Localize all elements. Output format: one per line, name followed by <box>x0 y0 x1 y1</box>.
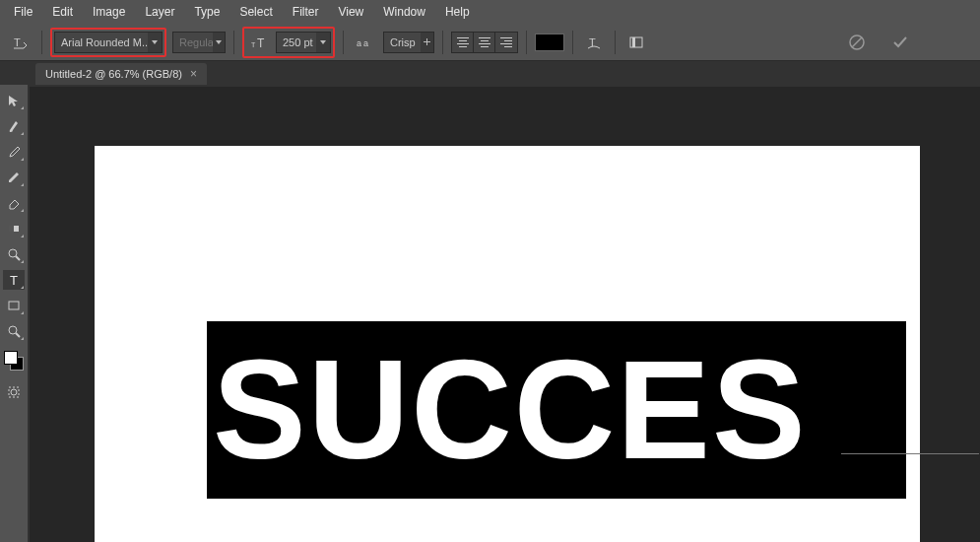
svg-point-12 <box>9 249 17 257</box>
zoom-tool[interactable] <box>3 244 25 264</box>
menu-window[interactable]: Window <box>373 1 435 23</box>
anti-alias-icon[interactable]: aa <box>352 31 377 54</box>
separator <box>343 31 344 54</box>
svg-text:a: a <box>357 38 361 48</box>
chevron-down-icon[interactable] <box>213 33 225 52</box>
gradient-tool[interactable] <box>3 219 25 238</box>
document-tab-title: Untitled-2 @ 66.7% (RGB/8) <box>45 68 182 80</box>
svg-point-16 <box>9 326 17 334</box>
svg-text:T: T <box>10 273 18 287</box>
text-align-group <box>451 32 518 53</box>
move-tool[interactable] <box>3 91 25 110</box>
warp-text-icon[interactable]: T <box>581 31 607 54</box>
pencil-tool[interactable] <box>3 168 25 187</box>
options-bar: T Arial Rounded M... Regular TT 250 pt a… <box>0 24 980 61</box>
canvas-viewport[interactable]: SUCCES <box>30 87 980 542</box>
magnify-tool[interactable] <box>3 321 25 341</box>
commit-actions <box>844 31 972 54</box>
anti-alias-dropdown[interactable]: Crisp <box>383 32 434 53</box>
menu-view[interactable]: View <box>328 1 373 23</box>
align-center-button[interactable] <box>474 33 495 52</box>
align-right-button[interactable] <box>495 33 517 52</box>
menu-help[interactable]: Help <box>435 1 480 23</box>
svg-point-19 <box>11 389 17 395</box>
document-tab[interactable]: Untitled-2 @ 66.7% (RGB/8) × <box>35 63 207 85</box>
character-panel-icon[interactable] <box>623 31 649 54</box>
svg-line-9 <box>852 37 862 47</box>
anti-alias-value: Crisp <box>384 36 421 48</box>
svg-rect-7 <box>632 37 635 47</box>
svg-text:T: T <box>251 41 256 48</box>
brush-tool[interactable] <box>3 116 25 136</box>
font-family-value: Arial Rounded M... <box>55 36 148 48</box>
text-color-swatch[interactable] <box>535 34 564 51</box>
separator <box>233 31 234 54</box>
svg-text:T: T <box>257 36 265 49</box>
type-tool[interactable]: T <box>3 270 25 290</box>
tools-panel: T <box>0 85 28 542</box>
svg-line-13 <box>16 256 20 260</box>
font-size-icon[interactable]: TT <box>246 31 272 54</box>
stepper-icon[interactable] <box>421 33 433 52</box>
svg-rect-15 <box>9 302 19 309</box>
font-size-dropdown[interactable]: 250 pt <box>276 32 331 53</box>
separator <box>615 31 616 54</box>
document-tab-strip: Untitled-2 @ 66.7% (RGB/8) × <box>0 61 980 85</box>
rectangle-tool[interactable] <box>3 296 25 315</box>
menu-filter[interactable]: Filter <box>283 1 329 23</box>
quick-mask-tool[interactable] <box>3 382 25 402</box>
svg-line-17 <box>16 333 20 337</box>
svg-text:T: T <box>14 36 21 48</box>
menu-bar: File Edit Image Layer Type Select Filter… <box>0 0 980 24</box>
chevron-down-icon[interactable] <box>148 33 162 52</box>
menu-layer[interactable]: Layer <box>135 1 184 23</box>
menu-file[interactable]: File <box>4 1 42 23</box>
eyedropper-tool[interactable] <box>3 142 25 162</box>
cancel-icon[interactable] <box>844 31 870 54</box>
separator <box>41 31 42 54</box>
text-orientation-icon[interactable]: T <box>8 31 33 54</box>
svg-rect-11 <box>9 226 14 232</box>
menu-type[interactable]: Type <box>184 1 229 23</box>
font-size-value: 250 pt <box>277 36 316 48</box>
font-style-value: Regular <box>173 36 213 48</box>
svg-rect-6 <box>630 37 642 47</box>
font-style-dropdown[interactable]: Regular <box>172 32 226 53</box>
separator <box>442 31 443 54</box>
align-left-button[interactable] <box>452 33 474 52</box>
guide-line <box>841 453 979 454</box>
eraser-tool[interactable] <box>3 193 25 213</box>
commit-icon[interactable] <box>887 31 913 54</box>
menu-edit[interactable]: Edit <box>42 1 83 23</box>
menu-select[interactable]: Select <box>229 1 282 23</box>
font-family-highlight: Arial Rounded M... <box>50 28 166 57</box>
foreground-background-swatch[interactable] <box>4 351 24 371</box>
chevron-down-icon[interactable] <box>316 33 330 52</box>
close-icon[interactable]: × <box>190 67 197 81</box>
separator <box>572 31 573 54</box>
svg-text:a: a <box>363 38 368 48</box>
separator <box>526 31 527 54</box>
text-layer[interactable]: SUCCES <box>207 321 906 499</box>
document-canvas[interactable]: SUCCES <box>95 146 920 542</box>
font-family-dropdown[interactable]: Arial Rounded M... <box>54 32 163 53</box>
font-size-highlight: TT 250 pt <box>242 27 335 58</box>
menu-image[interactable]: Image <box>83 1 135 23</box>
